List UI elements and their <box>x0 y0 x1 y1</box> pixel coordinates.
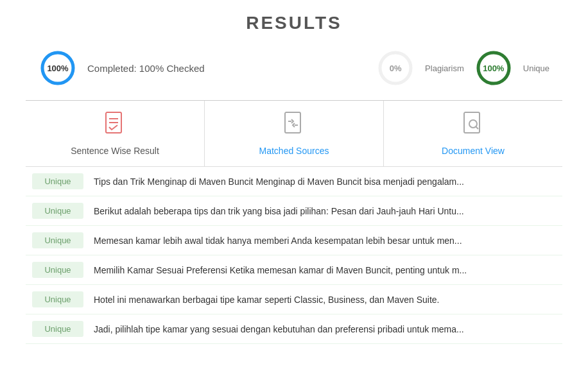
result-badge: Unique <box>32 321 83 337</box>
plagiarism-circle: 0% <box>376 49 415 87</box>
doc-check-icon <box>103 111 126 142</box>
tab-matched-sources-label: Matched Sources <box>259 146 329 156</box>
completed-circle: 100% <box>39 49 77 87</box>
unique-label: Unique <box>523 64 549 73</box>
result-row[interactable]: Unique Berikut adalah beberapa tips dan … <box>26 196 562 226</box>
tab-document-view[interactable]: Document View <box>384 101 562 166</box>
page-title: RESULTS <box>26 13 562 33</box>
result-badge: Unique <box>32 203 83 219</box>
doc-search-icon <box>462 111 485 142</box>
stats-row: 100% Completed: 100% Checked 0% Plagiari… <box>26 49 562 87</box>
completed-label: Completed: 100% Checked <box>87 63 205 74</box>
result-row[interactable]: Unique Memesan kamar lebih awal tidak ha… <box>26 226 562 255</box>
result-text: Hotel ini menawarkan berbagai tipe kamar… <box>94 295 562 305</box>
tab-document-view-label: Document View <box>442 146 505 156</box>
plagiarism-unique-group: 0% Plagiarism 100% Unique <box>376 49 549 87</box>
result-text: Jadi, pilihlah tipe kamar yang sesuai de… <box>94 324 562 334</box>
plagiarism-percent: 0% <box>390 64 402 73</box>
result-badge: Unique <box>32 262 83 278</box>
result-text: Memilih Kamar Sesuai Preferensi Ketika m… <box>94 265 562 275</box>
completed-stat: 100% Completed: 100% Checked <box>39 49 205 87</box>
result-text: Tips dan Trik Menginap di Maven Buncit M… <box>94 176 562 187</box>
completed-percent: 100% <box>47 64 68 73</box>
result-badge: Unique <box>32 173 83 189</box>
result-row[interactable]: Unique Tips dan Trik Menginap di Maven B… <box>26 167 562 196</box>
tabs-row: Sentence Wise Result Matched Sources <box>26 101 562 167</box>
result-row[interactable]: Unique Hotel ini menawarkan berbagai tip… <box>26 285 562 314</box>
tab-sentence-wise[interactable]: Sentence Wise Result <box>26 101 205 166</box>
result-text: Memesan kamar lebih awal tidak hanya mem… <box>94 236 562 246</box>
result-text: Berikut adalah beberapa tips dan trik ya… <box>94 206 562 216</box>
result-row[interactable]: Unique Memilih Kamar Sesuai Preferensi K… <box>26 255 562 285</box>
plagiarism-label: Plagiarism <box>425 64 464 73</box>
unique-circle: 100% <box>474 49 513 87</box>
result-badge: Unique <box>32 232 83 248</box>
doc-arrows-icon <box>282 111 306 142</box>
unique-percent: 100% <box>483 64 504 73</box>
tab-matched-sources[interactable]: Matched Sources <box>205 101 384 166</box>
tab-sentence-wise-label: Sentence Wise Result <box>71 146 159 156</box>
results-list: Unique Tips dan Trik Menginap di Maven B… <box>26 167 562 344</box>
result-badge: Unique <box>32 291 83 307</box>
result-row[interactable]: Unique Jadi, pilihlah tipe kamar yang se… <box>26 314 562 344</box>
